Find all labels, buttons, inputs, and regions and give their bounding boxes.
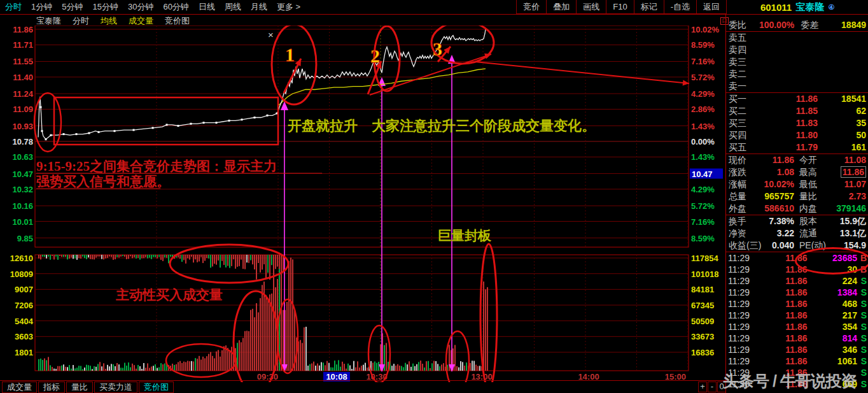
volume-bar	[116, 255, 118, 257]
volume-bar	[271, 255, 272, 265]
volume-bar	[239, 340, 240, 371]
pct-axis-label: 8.59%	[691, 40, 715, 50]
period-tab-7[interactable]: 日线	[199, 1, 215, 13]
volume-bar	[76, 255, 78, 260]
volume-bar	[214, 359, 215, 371]
volume-bar	[321, 362, 322, 371]
volume-bar	[86, 365, 87, 371]
volume-bar	[105, 255, 106, 259]
volume-bar	[244, 331, 246, 371]
period-tab-3[interactable]: 5分钟	[62, 1, 83, 13]
volume-bar	[311, 364, 312, 371]
toolbar-action-4[interactable]: F10	[606, 0, 634, 14]
indicator-tab-3[interactable]: 量比	[66, 382, 93, 393]
chart-annotation-text: 巨量封板	[438, 228, 492, 243]
volume-bar	[323, 362, 324, 371]
volume-bar	[97, 255, 99, 257]
volume-bar	[233, 255, 234, 259]
volume-bar	[185, 255, 186, 264]
volume-bar	[286, 302, 288, 371]
volume-bar	[216, 352, 217, 371]
volume-bar	[246, 255, 248, 262]
volume-bar	[105, 369, 106, 371]
volume-bar	[88, 365, 89, 371]
volume-bar	[208, 354, 209, 371]
volume-bar	[256, 303, 257, 371]
price-axis-label: 10.78	[12, 137, 33, 146]
intraday-auction-chart[interactable]: 11.8610.02%11.718.59%11.557.16%11.405.72…	[0, 25, 725, 382]
volume-bar	[431, 363, 433, 371]
toolbar-action-6[interactable]: -自选	[664, 0, 697, 14]
volume-bar	[472, 361, 473, 371]
volume-bar	[128, 362, 129, 371]
volume-axis-label: 1801	[15, 348, 33, 357]
volume-bar	[250, 310, 251, 371]
info-row: 换手7.38%股本15.9亿	[726, 215, 868, 227]
period-tab-9[interactable]: 月线	[251, 1, 267, 13]
volume-bar	[237, 255, 238, 267]
close-icon[interactable]: ×	[268, 29, 274, 40]
volume-bar	[265, 295, 267, 371]
pct-axis-label: 2.86%	[691, 104, 715, 114]
pct-axis-label: 1.43%	[691, 122, 715, 131]
volume-bar	[69, 365, 70, 371]
volume-bar	[55, 369, 57, 371]
volume-axis-label: 12610	[10, 254, 33, 263]
auction-dot	[216, 122, 218, 124]
period-tab-8[interactable]: 周线	[225, 1, 241, 13]
volume-bar	[401, 366, 402, 371]
volume-bar	[309, 364, 311, 371]
volume-bar	[132, 255, 133, 258]
volume-bar	[439, 366, 440, 371]
period-tab-4[interactable]: 15分钟	[92, 1, 118, 13]
buy-row: 买四11.8050	[726, 129, 868, 141]
volume-bar	[158, 368, 160, 371]
period-tab-6[interactable]: 60分钟	[163, 1, 188, 13]
volume-bar	[475, 364, 477, 371]
buy-row: 买一11.8618541	[726, 93, 868, 105]
price-panel-frame	[35, 25, 689, 247]
zoom-control-2[interactable]: -	[708, 382, 717, 392]
volume-bar	[109, 366, 110, 371]
volume-bar	[113, 255, 114, 260]
toolbar-action-1[interactable]: 竞价	[516, 0, 547, 14]
volume-bar	[139, 255, 141, 260]
indicator-tab-1[interactable]: 成交量	[2, 382, 37, 393]
indicator-tab-5[interactable]: 竞价图	[139, 382, 174, 393]
volume-axis-label: 9007	[15, 285, 33, 294]
volume-bar	[407, 364, 408, 371]
toolbar-action-3[interactable]: 画线	[576, 0, 606, 14]
price-axis-label: 11.09	[13, 104, 33, 114]
period-tab-2[interactable]: 1分钟	[31, 1, 52, 13]
volume-bar	[92, 369, 93, 371]
volume-bar	[99, 362, 101, 371]
zoom-control-1[interactable]: +	[698, 382, 707, 392]
volume-bar	[202, 255, 204, 263]
toolbar-action-5[interactable]: 标记	[634, 0, 664, 14]
period-tab-10[interactable]: 更多 >	[277, 1, 300, 13]
volume-bar	[126, 366, 127, 371]
tick-row: 11:2911.86224S	[726, 275, 868, 287]
auction-dot	[152, 127, 154, 129]
indicator-tab-2[interactable]: 指标	[38, 382, 65, 393]
volume-bar	[269, 294, 270, 371]
period-tab-5[interactable]: 30分钟	[128, 1, 153, 13]
auction-dot	[63, 133, 65, 135]
volume-bar	[313, 362, 314, 371]
price-axis-label: 10.01	[12, 217, 33, 227]
period-tab-1[interactable]: 分时	[5, 1, 22, 13]
volume-bar	[170, 255, 171, 257]
volume-bar	[103, 363, 104, 371]
volume-bar	[153, 366, 154, 371]
volume-bar	[124, 255, 125, 257]
toolbar-action-2[interactable]: 叠加	[546, 0, 577, 14]
volume-bar	[246, 331, 248, 371]
volume-bar	[118, 364, 120, 371]
toolbar-action-7[interactable]: 返回	[696, 0, 727, 14]
info-row: 涨跌1.08最高11.86	[726, 166, 868, 178]
indicator-tab-4[interactable]: 买卖力道	[94, 382, 137, 393]
volume-bar	[221, 350, 223, 371]
volume-bar	[418, 362, 419, 371]
tick-row: 11:2911.861061S	[726, 355, 868, 367]
zoom-controls: +-0	[697, 382, 726, 392]
